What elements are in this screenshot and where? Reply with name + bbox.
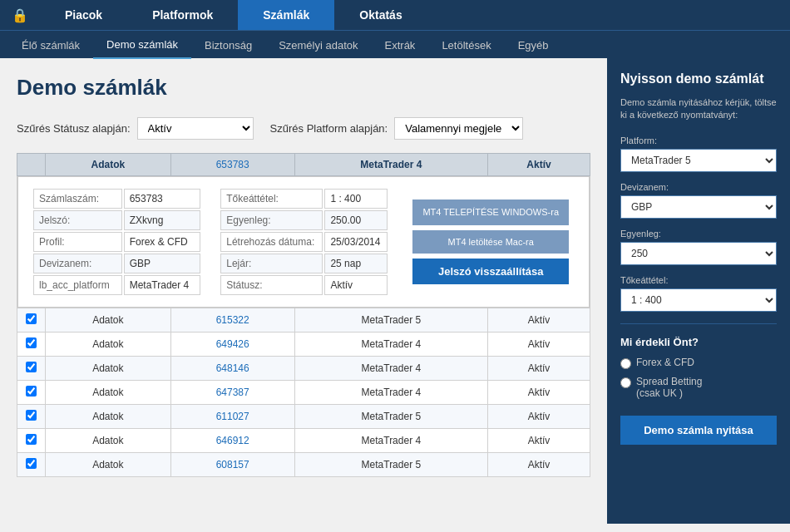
devizanem-label: Devizanem: xyxy=(620,182,777,192)
devizanem-form-group: Devizanem: GBP USD EUR xyxy=(620,182,777,219)
col-checkbox xyxy=(17,154,46,176)
egyenleg-form-group: Egyenleg: 250 500 1000 5000 10000 xyxy=(620,229,777,265)
row-statusz-647387: Aktív xyxy=(487,381,590,405)
platform-select[interactable]: MetaTrader 4 MetaTrader 5 xyxy=(620,149,777,172)
row-adatok: Adatok xyxy=(46,308,171,332)
row-id-611027[interactable]: 611027 xyxy=(170,405,294,429)
expanded-col-right: Tőkeáttétel: 1 : 400 Egyenleg: 250.00 xyxy=(219,187,389,297)
tokeattétel-select[interactable]: 1 : 100 1 : 200 1 : 400 xyxy=(620,288,777,312)
action-buttons: MT4 TELEPÍTÉSE WINDOWS-ra MT4 letöltése … xyxy=(406,187,575,297)
label-lb-platform: lb_acc_platform xyxy=(33,275,122,295)
radio-spread-text: Spread Betting (csak UK ) xyxy=(636,376,702,399)
install-mt4-button[interactable]: MT4 TELEPÍTÉSE WINDOWS-ra xyxy=(412,200,569,224)
row-adatok: Adatok xyxy=(46,332,171,357)
radio-spread-line2: (csak UK ) xyxy=(636,387,683,399)
row-id-648146[interactable]: 648146 xyxy=(170,357,294,381)
row-id-608157[interactable]: 608157 xyxy=(170,453,294,477)
interest-title: Mi érdekli Önt? xyxy=(620,336,777,348)
radio-spread-input[interactable] xyxy=(620,377,631,388)
nav-szamlak[interactable]: Számlák xyxy=(238,0,334,30)
col-id: 653783 xyxy=(170,154,294,176)
row-adatok: Adatok xyxy=(46,405,171,429)
col-platform: MetaTrader 4 xyxy=(294,154,487,176)
subnav-szemelyi-adatok[interactable]: Személyi adatok xyxy=(265,31,371,59)
row-statusz-646912: Aktív xyxy=(487,429,590,453)
value-tokeattétel: 1 : 400 xyxy=(324,189,388,209)
value-lb-platform: MetaTrader 4 xyxy=(124,275,201,295)
row-id-615322[interactable]: 615322 xyxy=(170,308,294,332)
devizanem-select[interactable]: GBP USD EUR xyxy=(620,195,777,219)
row-checkbox-649426[interactable] xyxy=(26,337,37,348)
table-row: Adatok 608157 MetaTrader 5 Aktív xyxy=(17,453,590,477)
row-statusz-611027: Aktív xyxy=(487,405,590,429)
value-profil: Forex & CFD xyxy=(124,232,201,252)
row-platform-615322: MetaTrader 5 xyxy=(294,308,487,332)
reset-password-button[interactable]: Jelszó visszaállítása xyxy=(412,259,569,284)
row-id-647387[interactable]: 647387 xyxy=(170,381,294,405)
subnav-elo-szamlak[interactable]: Élő számlák xyxy=(8,31,93,59)
tokeattétel-label: Tőkeáttétel: xyxy=(620,275,777,285)
row-statusz-608157: Aktív xyxy=(487,453,590,477)
lock-icon: 🔒 xyxy=(0,7,40,23)
table-row: Adatok 649426 MetaTrader 4 Aktív xyxy=(17,332,590,357)
platform-label: Platform: xyxy=(620,135,777,145)
radio-spread-group: Spread Betting (csak UK ) xyxy=(620,376,777,399)
row-platform-649426: MetaTrader 4 xyxy=(294,332,487,357)
sidebar-divider xyxy=(620,323,777,324)
label-szamlaszam: Számlaszám: xyxy=(33,189,122,209)
table-row: Adatok 615322 MetaTrader 5 Aktív xyxy=(17,308,590,332)
row-platform-648146: MetaTrader 4 xyxy=(294,357,487,381)
platform-filter-label: Szűrés Platform alapján: xyxy=(270,122,388,135)
row-checkbox-647387[interactable] xyxy=(26,386,37,397)
value-jelszo: ZXkvng xyxy=(124,210,201,230)
radio-forex-input[interactable] xyxy=(620,358,631,369)
main-nav: Piacok Platformok Számlák Oktatás xyxy=(40,0,790,30)
install-mac-button[interactable]: MT4 letöltése Mac-ra xyxy=(412,230,569,254)
row-checkbox-615322[interactable] xyxy=(26,313,37,324)
main-layout: Demo számlák Szűrés Státusz alapján: Akt… xyxy=(0,58,790,524)
open-account-button[interactable]: Demo számla nyitása xyxy=(620,416,777,445)
radio-spread-label[interactable]: Spread Betting (csak UK ) xyxy=(620,376,777,399)
row-checkbox-608157[interactable] xyxy=(26,458,37,469)
nav-platformok[interactable]: Platformok xyxy=(127,0,238,30)
platform-filter-select[interactable]: Valamennyi megjele MetaTrader 4 MetaTrad… xyxy=(394,117,523,140)
value-devizanem: GBP xyxy=(124,254,201,273)
row-adatok: Adatok xyxy=(46,453,171,477)
row-statusz-649426: Aktív xyxy=(487,332,590,357)
status-filter-group: Szűrés Státusz alapján: Aktív Inaktív Ös… xyxy=(17,117,254,140)
status-filter-select[interactable]: Aktív Inaktív Összes xyxy=(137,117,254,140)
right-sidebar: Nyisson demo számlát Demo számla nyitásá… xyxy=(607,58,790,524)
radio-forex-text: Forex & CFD xyxy=(636,357,694,368)
row-checkbox-648146[interactable] xyxy=(26,362,37,372)
subnav-letoltesek[interactable]: Letöltések xyxy=(428,31,504,59)
row-checkbox-646912[interactable] xyxy=(26,434,37,445)
nav-piacok[interactable]: Piacok xyxy=(40,0,127,30)
row-id-646912[interactable]: 646912 xyxy=(170,429,294,453)
expanded-col-left: Számlaszám: 653783 Jelszó: ZXkvng xyxy=(32,187,202,297)
subnav-extrak[interactable]: Extrák xyxy=(372,31,429,59)
table-row: Adatok 648146 MetaTrader 4 Aktív xyxy=(17,357,590,381)
subnav-demo-szamlak[interactable]: Demo számlák xyxy=(93,31,191,59)
subnav-egyeb[interactable]: Egyéb xyxy=(505,31,562,59)
egyenleg-select[interactable]: 250 500 1000 5000 10000 xyxy=(620,242,777,265)
sub-nav: Élő számlák Demo számlák Biztonság Szemé… xyxy=(0,30,790,58)
label-devizanem: Devizanem: xyxy=(33,254,122,273)
label-letrehozas: Létrehozás dátuma: xyxy=(220,232,323,252)
row-platform-647387: MetaTrader 4 xyxy=(294,381,487,405)
label-tokeattétel: Tőkeáttétel: xyxy=(220,189,323,209)
top-nav: 🔒 Piacok Platformok Számlák Oktatás Élő … xyxy=(0,0,790,58)
value-statusz: Aktív xyxy=(324,275,388,295)
row-adatok: Adatok xyxy=(46,429,171,453)
value-letrehozas: 25/03/2014 xyxy=(324,232,388,252)
label-egyenleg: Egyenleg: xyxy=(220,210,323,230)
row-id-649426[interactable]: 649426 xyxy=(170,332,294,357)
col-statusz: Aktív xyxy=(487,154,590,176)
expanded-grid: Számlaszám: 653783 Jelszó: ZXkvng xyxy=(32,187,575,297)
subnav-biztonsag[interactable]: Biztonság xyxy=(191,31,265,59)
label-statusz: Státusz: xyxy=(220,275,323,295)
table-row: Adatok 611027 MetaTrader 5 Aktív xyxy=(17,405,590,429)
nav-oktatas[interactable]: Oktatás xyxy=(334,0,427,30)
row-adatok: Adatok xyxy=(46,357,171,381)
radio-forex-label[interactable]: Forex & CFD xyxy=(620,357,777,369)
row-checkbox-611027[interactable] xyxy=(26,410,37,421)
